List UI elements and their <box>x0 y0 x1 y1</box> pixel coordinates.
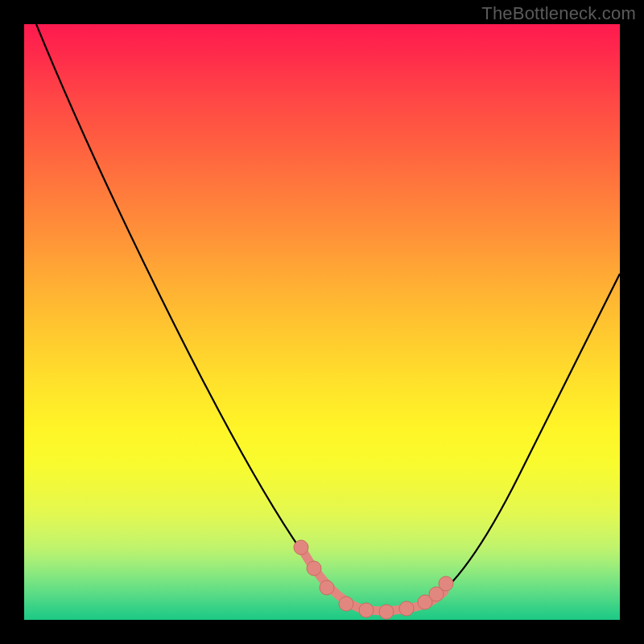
svg-point-2 <box>320 580 334 595</box>
watermark-text: TheBottleneck.com <box>481 3 636 24</box>
chart-container: TheBottleneck.com <box>0 0 644 644</box>
svg-point-5 <box>379 605 394 619</box>
svg-point-3 <box>339 597 353 611</box>
plot-area <box>24 24 620 620</box>
bottleneck-curve <box>36 24 620 611</box>
curve-svg <box>24 24 620 620</box>
svg-point-9 <box>439 576 453 591</box>
svg-point-4 <box>359 603 374 617</box>
svg-point-1 <box>307 561 321 576</box>
flat-segment-dots <box>294 540 453 619</box>
svg-point-0 <box>294 540 308 555</box>
svg-point-6 <box>399 601 414 616</box>
